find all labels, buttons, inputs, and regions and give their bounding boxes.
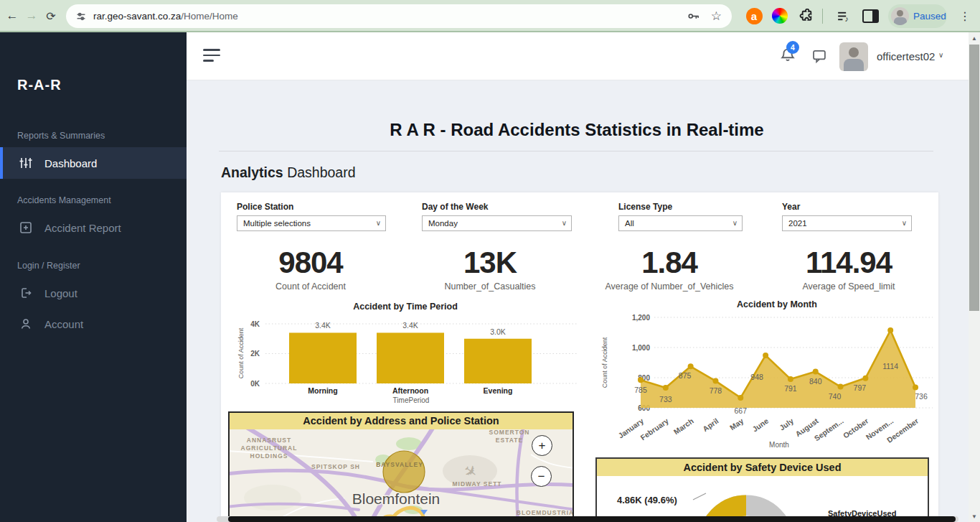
map-place-label: SOMERTON xyxy=(489,429,530,436)
kpi-number-of-casualties: 13KNumber_of_Casualties xyxy=(400,246,580,292)
address-bar[interactable]: rar.geo-savant.co.za/Home/Home ☆ xyxy=(66,4,732,28)
plus-square-icon xyxy=(19,220,33,235)
svg-text:736: 736 xyxy=(915,392,928,401)
filter-label-year: Year xyxy=(782,202,800,212)
map-place-label: MIDWAY SETT xyxy=(452,480,501,488)
sidebar-item-accident-report[interactable]: Accident Report xyxy=(0,212,187,243)
person-icon xyxy=(19,317,33,331)
map-place-label: ESTATE xyxy=(496,437,523,444)
svg-text:0K: 0K xyxy=(250,380,260,388)
svg-text:3.0K: 3.0K xyxy=(490,327,506,336)
svg-text:♪: ♪ xyxy=(844,14,848,22)
sidebar: R-A-R Reports & Summaries Dashboard Acci… xyxy=(0,32,187,522)
site-info-icon[interactable] xyxy=(75,10,88,23)
svg-text:Accident by Time Period: Accident by Time Period xyxy=(353,302,458,312)
app-logo: R-A-R xyxy=(17,77,62,93)
chevron-down-icon: ∨ xyxy=(562,216,567,230)
svg-text:3.4K: 3.4K xyxy=(402,321,418,330)
messages-button[interactable] xyxy=(811,48,827,67)
sidebar-section-reports: Reports & Summaries xyxy=(17,131,105,141)
sidebar-item-dashboard[interactable]: Dashboard xyxy=(0,147,189,179)
map-title: Accident by Address and Police Station xyxy=(230,413,573,429)
filter-dropdown-year[interactable]: 2021∨ xyxy=(782,215,912,231)
bookmark-star-icon[interactable]: ☆ xyxy=(711,9,722,24)
svg-text:Morning: Morning xyxy=(308,386,337,395)
side-panel-icon[interactable] xyxy=(859,5,881,27)
profile-status-label: Paused xyxy=(913,11,946,22)
extensions-puzzle-icon[interactable] xyxy=(795,5,816,27)
donut-chart[interactable]: 4.86K (49.6%)SafetyDeviceUsed xyxy=(597,476,928,522)
filter-label-license-type: License Type xyxy=(618,202,672,212)
section-heading: Analytics Dashboard xyxy=(221,164,356,181)
filter-label-day-of-week: Day of the Week xyxy=(422,202,488,212)
reload-icon[interactable]: ⟳ xyxy=(40,5,62,27)
chevron-down-icon: ∨ xyxy=(376,216,381,230)
sidebar-item-label: Account xyxy=(44,318,83,330)
sidebar-item-label: Dashboard xyxy=(44,157,97,169)
media-playlist-icon[interactable]: ♪ xyxy=(832,5,854,27)
svg-text:840: 840 xyxy=(809,377,822,386)
svg-text:July: July xyxy=(778,416,795,432)
donut-visual-safety-device[interactable]: Accident by Safety Device Used 4.86K (49… xyxy=(595,457,929,522)
sidebar-item-logout[interactable]: Logout xyxy=(0,277,187,309)
svg-text:Count of Accident: Count of Accident xyxy=(601,337,608,388)
svg-text:740: 740 xyxy=(829,392,842,401)
svg-text:February: February xyxy=(639,416,670,442)
vertical-scrollbar-thumb[interactable] xyxy=(969,45,979,311)
filter-dropdown-police-station[interactable]: Multiple selections∨ xyxy=(237,215,386,231)
accident-bubble[interactable] xyxy=(383,451,425,493)
svg-text:1,200: 1,200 xyxy=(632,314,650,322)
map-visual-accident-by-address[interactable]: Accident by Address and Police Station ✈ xyxy=(228,411,574,522)
map-place-label: AGRICULTURAL xyxy=(241,444,298,452)
svg-text:3.4K: 3.4K xyxy=(315,321,331,330)
chevron-down-icon: ∨ xyxy=(732,216,738,230)
svg-text:1,000: 1,000 xyxy=(632,344,650,352)
filter-dropdown-license-type[interactable]: All∨ xyxy=(618,215,743,231)
svg-text:Count of Accident: Count of Accident xyxy=(237,327,245,378)
bar-chart-accident-by-time-period[interactable]: Accident by Time PeriodCount of Accident… xyxy=(237,300,585,408)
sliders-icon xyxy=(19,156,33,170)
map-place-label: ANNASRUST xyxy=(247,437,291,444)
svg-text:TimePeriod: TimePeriod xyxy=(393,396,430,404)
svg-text:785: 785 xyxy=(634,386,647,394)
notifications-button[interactable]: 4 xyxy=(779,47,796,67)
url-text[interactable]: rar.geo-savant.co.za/Home/Home xyxy=(93,11,687,22)
map-place-label: BLOEMDUSTRIA xyxy=(517,509,573,516)
scrollbar-down-icon[interactable]: ▼ xyxy=(969,511,980,522)
password-key-icon[interactable] xyxy=(687,9,701,23)
map-marker-icon xyxy=(420,510,428,515)
svg-text:Afternoon: Afternoon xyxy=(392,386,428,395)
map-zoom-in-button[interactable]: + xyxy=(532,435,552,456)
map-canvas[interactable]: ✈ ANNASRUST AGRICULTURAL HOLDI xyxy=(230,429,573,521)
sidebar-item-account[interactable]: Account xyxy=(0,308,187,340)
section-heading-rest: Dashboard xyxy=(287,164,355,180)
map-zoom-out-button[interactable]: − xyxy=(531,466,552,487)
svg-text:June: June xyxy=(750,416,770,434)
svg-text:Month: Month xyxy=(769,441,789,449)
kpi-average-vehicles: 1.84Average of Number_of_Vehicles xyxy=(580,246,759,292)
filter-dropdown-day-of-week[interactable]: Monday∨ xyxy=(422,215,572,231)
area-chart-accident-by-month[interactable]: Accident by MonthCount of Accident600800… xyxy=(601,299,938,452)
colorwheel-extension-icon[interactable] xyxy=(769,5,791,27)
hamburger-menu-icon[interactable] xyxy=(203,49,220,65)
horizontal-scrollbar-thumb[interactable] xyxy=(228,516,956,522)
browser-menu-kebab-icon[interactable]: ⋮ xyxy=(954,5,976,27)
user-menu-chevron-icon[interactable]: ∨ xyxy=(938,51,943,59)
user-avatar[interactable] xyxy=(839,42,868,71)
forward-icon[interactable]: → xyxy=(21,5,42,27)
sidebar-section-accidents: Accidents Management xyxy=(17,195,111,205)
map-city-label: Bloemfontein xyxy=(352,490,440,507)
svg-text:Evening: Evening xyxy=(484,386,513,395)
toolbar-separator xyxy=(822,9,823,24)
app-header: 4 officertest02 ∨ xyxy=(187,32,969,80)
browser-profile-button[interactable]: Paused xyxy=(888,4,947,28)
svg-text:May: May xyxy=(728,416,745,432)
map-place-label: HOLDINGS xyxy=(250,452,288,460)
svg-text:4.86K (49.6%): 4.86K (49.6%) xyxy=(617,495,677,505)
page-title: R A R - Road Accidents Statistics in Rea… xyxy=(221,120,933,140)
svg-text:791: 791 xyxy=(784,384,797,393)
svg-text:Accident by Month: Accident by Month xyxy=(737,299,817,309)
avast-extension-icon[interactable]: a xyxy=(743,5,765,27)
back-icon[interactable]: ← xyxy=(1,5,23,27)
scrollbar-up-icon[interactable]: ▲ xyxy=(969,32,980,44)
